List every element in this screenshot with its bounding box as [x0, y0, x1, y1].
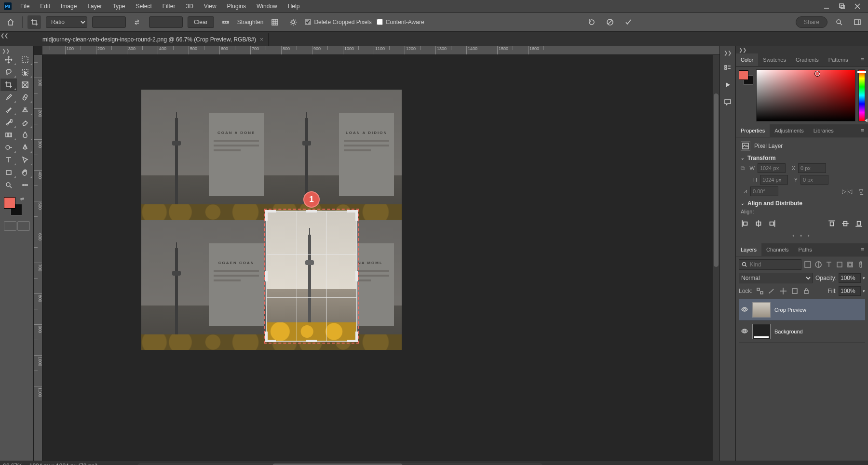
filter-type-icon[interactable]: [825, 260, 833, 269]
x-input[interactable]: [798, 163, 826, 173]
lasso-tool-icon[interactable]: [0, 66, 17, 79]
zoom-tool-icon[interactable]: [0, 179, 17, 191]
layer-filter-search[interactable]: [739, 259, 801, 270]
window-close-icon[interactable]: [851, 1, 864, 11]
dodge-tool-icon[interactable]: [0, 141, 17, 154]
pen-tool-icon[interactable]: [17, 141, 33, 154]
menu-window[interactable]: Window: [252, 1, 282, 12]
object-select-tool-icon[interactable]: [17, 66, 33, 79]
visibility-toggle-icon[interactable]: [741, 306, 748, 315]
brush-tool-icon[interactable]: [0, 104, 17, 116]
layer-row[interactable]: Crop Preview: [739, 299, 865, 321]
tab-adjustments[interactable]: Adjustments: [770, 124, 809, 137]
lock-position-icon[interactable]: [779, 287, 787, 295]
eraser-tool-icon[interactable]: [17, 116, 33, 129]
vertical-scrollbar[interactable]: [713, 55, 719, 461]
collapse-toolbox-icon[interactable]: ❯❯: [2, 48, 10, 53]
align-bottom-icon[interactable]: [854, 219, 863, 228]
menu-select[interactable]: Select: [131, 1, 156, 12]
history-brush-tool-icon[interactable]: [0, 116, 17, 129]
frame-tool-icon[interactable]: [17, 79, 33, 91]
menu-plugins[interactable]: Plugins: [222, 1, 251, 12]
expand-tabs-icon[interactable]: ❮❮: [0, 33, 8, 38]
quick-mask-mode-icon[interactable]: [17, 221, 30, 231]
standard-mode-icon[interactable]: [4, 221, 16, 231]
align-vcenter-icon[interactable]: [841, 219, 850, 228]
window-maximize-icon[interactable]: [835, 1, 849, 11]
cancel-crop-icon[interactable]: [603, 15, 617, 29]
layer-row[interactable]: Background: [739, 321, 865, 343]
align-top-icon[interactable]: [827, 219, 836, 228]
hue-slider[interactable]: [858, 69, 865, 121]
foreground-background-swatch[interactable]: ⇄: [4, 197, 23, 216]
flip-vertical-icon[interactable]: ▽̲: [859, 188, 863, 195]
clone-stamp-tool-icon[interactable]: [17, 104, 33, 116]
tab-patterns[interactable]: Patterns: [824, 53, 853, 66]
swap-dimensions-icon[interactable]: [131, 15, 144, 29]
type-tool-icon[interactable]: [0, 154, 17, 166]
menu-filter[interactable]: Filter: [158, 1, 180, 12]
actions-panel-icon[interactable]: [722, 80, 733, 90]
fill-input[interactable]: [839, 286, 861, 296]
window-minimize-icon[interactable]: [820, 1, 833, 11]
horizontal-ruler[interactable]: 1002003004005006007008009001000110012001…: [42, 46, 719, 55]
menu-image[interactable]: Image: [56, 1, 81, 12]
close-tab-icon[interactable]: ×: [260, 36, 263, 43]
path-select-tool-icon[interactable]: [17, 154, 33, 166]
y-input[interactable]: [800, 175, 828, 185]
move-tool-icon[interactable]: [0, 53, 17, 66]
straighten-icon[interactable]: [219, 15, 232, 29]
expand-midstrip-icon[interactable]: ❯❯: [724, 50, 732, 55]
menu-type[interactable]: Type: [108, 1, 130, 12]
filter-pixel-icon[interactable]: [803, 260, 812, 269]
edit-toolbar-icon[interactable]: [17, 179, 33, 191]
align-right-icon[interactable]: [768, 219, 776, 228]
delete-cropped-checkbox[interactable]: Delete Cropped Pixels: [305, 19, 371, 26]
doc-info-caret-icon[interactable]: ▸: [105, 463, 108, 465]
healing-brush-tool-icon[interactable]: [17, 91, 33, 104]
menu-3d[interactable]: 3D: [181, 1, 198, 12]
flip-horizontal-icon[interactable]: ▷|◁: [842, 188, 852, 195]
tab-properties[interactable]: Properties: [736, 124, 770, 137]
tab-layers[interactable]: Layers: [736, 243, 761, 256]
scroll-right-icon[interactable]: ▸: [549, 463, 556, 465]
filter-adjust-icon[interactable]: [814, 260, 823, 269]
crop-tool-icon[interactable]: [27, 15, 41, 29]
tab-libraries[interactable]: Libraries: [809, 124, 839, 137]
height-input[interactable]: [760, 175, 788, 185]
align-left-icon[interactable]: [741, 219, 749, 228]
crop-selection[interactable]: 1: [267, 212, 356, 341]
history-panel-icon[interactable]: [722, 62, 733, 73]
opacity-input[interactable]: [839, 273, 861, 283]
filter-smart-icon[interactable]: [846, 260, 854, 269]
zoom-level[interactable]: 66.67%: [3, 463, 23, 465]
workspace-switcher-icon[interactable]: [851, 15, 864, 29]
reset-crop-icon[interactable]: [585, 15, 598, 29]
crop-width-input[interactable]: [92, 16, 126, 28]
vertical-ruler[interactable]: 10020030040050060070080090010001100: [34, 55, 42, 461]
share-button[interactable]: Share: [796, 16, 827, 28]
color-swatch-mini[interactable]: [739, 70, 753, 85]
link-wh-icon[interactable]: ⧉: [741, 165, 745, 172]
tab-color[interactable]: Color: [736, 53, 758, 66]
overlay-grid-icon[interactable]: [268, 15, 282, 29]
lock-pixels-icon[interactable]: [767, 287, 776, 295]
crop-height-input[interactable]: [149, 16, 183, 28]
align-hcenter-icon[interactable]: [754, 219, 763, 228]
lock-transparency-icon[interactable]: [756, 287, 764, 295]
commit-crop-icon[interactable]: [622, 15, 635, 29]
panel-menu-icon[interactable]: ≡: [857, 246, 868, 253]
scroll-left-icon[interactable]: ◂: [114, 463, 121, 465]
saturation-picker[interactable]: [756, 69, 855, 121]
document-tab[interactable]: midjourney-clean-web-design-inspo-round-…: [38, 33, 269, 46]
comments-panel-icon[interactable]: [722, 97, 733, 107]
doc-info[interactable]: 1024 px x 1024 px (72 ppi): [29, 463, 98, 465]
search-icon[interactable]: [832, 15, 846, 29]
tab-channels[interactable]: Channels: [761, 243, 793, 256]
content-aware-checkbox[interactable]: Content-Aware: [377, 19, 424, 26]
menu-layer[interactable]: Layer: [82, 1, 107, 12]
tab-paths[interactable]: Paths: [794, 243, 817, 256]
filter-toggle-icon[interactable]: [856, 260, 865, 269]
viewport[interactable]: COAN A DONE LOAN A DIDION CGAEN COAN CAN…: [42, 55, 719, 461]
rectangle-tool-icon[interactable]: [0, 166, 17, 179]
